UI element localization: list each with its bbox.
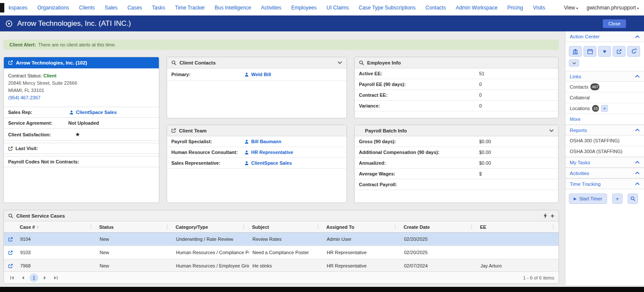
sidebar-item-contacts[interactable]: Contacts 467 <box>565 82 644 92</box>
column-category[interactable]: Category/Type⋮ <box>173 221 249 232</box>
chevron-down-icon[interactable] <box>337 61 342 64</box>
my-tasks-section-header[interactable]: My Tasks <box>565 157 644 168</box>
first-page-button[interactable] <box>8 274 16 282</box>
report-item-osha-300[interactable]: OSHA 300 (STAFFING) <box>565 135 644 146</box>
links-section-header[interactable]: Links <box>565 71 644 82</box>
sidebar-item-collateral[interactable]: Collateral <box>565 92 644 103</box>
last-page-button[interactable] <box>52 274 60 282</box>
column-menu-icon[interactable]: ⋮ <box>551 224 556 230</box>
team-member-link[interactable]: Bill Baumann <box>251 139 281 144</box>
quick-actions-bolt-icon[interactable] <box>544 213 547 218</box>
column-menu-icon[interactable]: ⋮ <box>316 224 320 230</box>
time-tracking-section-header[interactable]: Time Tracking <box>565 178 644 189</box>
employee-info-row: Contract EE:0 <box>355 90 558 101</box>
table-row[interactable]: 9104 New Underwriting / Rate Review Revi… <box>4 233 559 246</box>
organization-button[interactable] <box>569 46 582 57</box>
search-icon[interactable] <box>8 213 13 218</box>
external-link-icon[interactable] <box>171 128 176 133</box>
primary-contact-link[interactable]: Weld Bill <box>251 72 271 77</box>
view-menu[interactable]: View▾ <box>564 5 578 11</box>
chevron-down-icon[interactable] <box>549 129 554 132</box>
cell-assigned-to: Admin User <box>323 233 401 246</box>
row-value: 0 <box>479 103 482 108</box>
next-page-button[interactable] <box>41 274 49 282</box>
column-subject[interactable]: Subject⋮ <box>249 221 323 232</box>
add-location-button[interactable]: + <box>601 105 608 112</box>
column-menu-icon[interactable]: ⋮ <box>88 224 93 230</box>
nav-item-contacts[interactable]: Contacts <box>425 5 446 11</box>
column-menu-icon[interactable]: ⋮ <box>393 224 398 230</box>
column-menu-icon[interactable]: ⋮ <box>241 224 246 230</box>
nav-items: kspaces Organizations Clients Sales Case… <box>9 5 545 11</box>
calendar-button[interactable] <box>583 46 596 57</box>
column-case-number[interactable]: Case #↑⋮ <box>17 221 96 232</box>
open-external-button[interactable] <box>613 46 626 57</box>
sidebar-item-locations[interactable]: Locations 15 + <box>565 103 644 114</box>
open-case-icon[interactable] <box>4 246 17 259</box>
column-ee[interactable]: EE⋮ <box>477 221 559 232</box>
nav-item-tasks[interactable]: Tasks <box>152 5 165 11</box>
open-case-icon[interactable] <box>4 259 17 272</box>
team-row: Human Resource Consultant: HR Representa… <box>167 147 346 158</box>
column-menu-icon[interactable]: ⋮ <box>469 224 474 230</box>
table-row[interactable]: 9103 New Human Resources / Compliance Po… <box>4 246 559 259</box>
prev-page-button[interactable] <box>19 274 27 282</box>
team-member-link[interactable]: HR Representative <box>251 150 293 155</box>
current-page-button[interactable]: 1 <box>30 274 38 282</box>
open-case-icon[interactable] <box>4 233 17 246</box>
table-row[interactable]: 7968 New Human Resources / Employee Grie… <box>4 259 559 273</box>
nav-item-cases[interactable]: Cases <box>128 5 142 11</box>
nav-item-bus-intelligence[interactable]: Bus Intelligence <box>215 5 251 11</box>
activities-section-header[interactable]: Activities <box>565 168 644 178</box>
team-member-link[interactable]: ClientSpace Sales <box>251 160 292 166</box>
phone-link[interactable]: (954) 467-2367 <box>8 95 40 100</box>
column-create-date[interactable]: Create Date⋮ <box>401 221 477 232</box>
cell-subject: Review Rates <box>249 233 323 246</box>
user-menu[interactable]: gwichman.phrsupport▾ <box>586 5 639 11</box>
nav-item-time-tracker[interactable]: Time Tracker <box>175 5 205 11</box>
search-icon[interactable] <box>171 60 176 65</box>
column-assigned-to[interactable]: Assigned To⋮ <box>323 221 401 232</box>
client-contacts-card: Client Contacts Primary: Weld Bill <box>167 57 347 118</box>
cell-create-date: 02/07/2024 <box>401 259 477 272</box>
client-summary-title: Arrow Technologies, Inc. (102) <box>16 60 87 65</box>
sidebar-item-more[interactable]: More <box>565 114 644 125</box>
refresh-button[interactable] <box>627 46 640 57</box>
nav-item-pricing[interactable]: Pricing <box>507 5 523 11</box>
sales-rep-row: Sales Rep: ClientSpace Sales <box>4 107 159 117</box>
action-center-header[interactable]: Action Center <box>565 31 644 42</box>
column-menu-icon[interactable]: ⋮ <box>165 224 170 230</box>
report-item-osha-300a[interactable]: OSHA 300A (STAFFING) <box>565 146 644 157</box>
nav-item-organizations[interactable]: Organizations <box>37 5 69 11</box>
row-label: Active EE: <box>359 71 479 76</box>
nav-item-clients[interactable]: Clients <box>79 5 95 11</box>
client-record-icon <box>5 20 13 28</box>
star-icon[interactable]: ★ <box>75 131 80 138</box>
nav-item-ui-claims[interactable]: UI Claims <box>327 5 349 11</box>
nav-item-activities[interactable]: Activities <box>261 5 281 11</box>
nav-item-admin-workspace[interactable]: Admin Workspace <box>456 5 497 11</box>
add-time-entry-button[interactable]: + <box>612 194 623 204</box>
nav-item-employees[interactable]: Employees <box>291 5 316 11</box>
add-case-button[interactable]: + <box>550 212 554 219</box>
start-timer-button[interactable]: ▶ Start Timer <box>569 194 607 204</box>
nav-item-case-type-subscriptions[interactable]: Case Type Subscriptions <box>359 5 416 11</box>
column-status[interactable]: Status⋮ <box>96 221 173 232</box>
nav-item-visits[interactable]: Visits <box>533 5 545 11</box>
nav-item-workspaces[interactable]: kspaces <box>9 5 27 11</box>
search-icon[interactable] <box>359 60 364 65</box>
row-label: Additional Compensation (90 days): <box>359 150 479 155</box>
locations-count-badge: 15 <box>592 105 599 112</box>
close-button[interactable]: Close <box>603 19 626 28</box>
reports-section-header[interactable]: Reports <box>565 125 644 135</box>
external-link-icon[interactable] <box>8 146 13 151</box>
action-center-more-button[interactable] <box>569 59 579 67</box>
client-satisfaction-label: Client Satisfaction: <box>8 132 64 137</box>
favorite-button[interactable]: ♥ <box>598 46 611 57</box>
employee-info-row: Active EE:51 <box>355 68 558 79</box>
nav-item-sales[interactable]: Sales <box>105 5 118 11</box>
search-time-button[interactable] <box>628 194 638 204</box>
external-link-icon[interactable] <box>8 60 13 65</box>
cell-ee <box>477 246 559 259</box>
sales-rep-link[interactable]: ClientSpace Sales <box>76 110 117 115</box>
